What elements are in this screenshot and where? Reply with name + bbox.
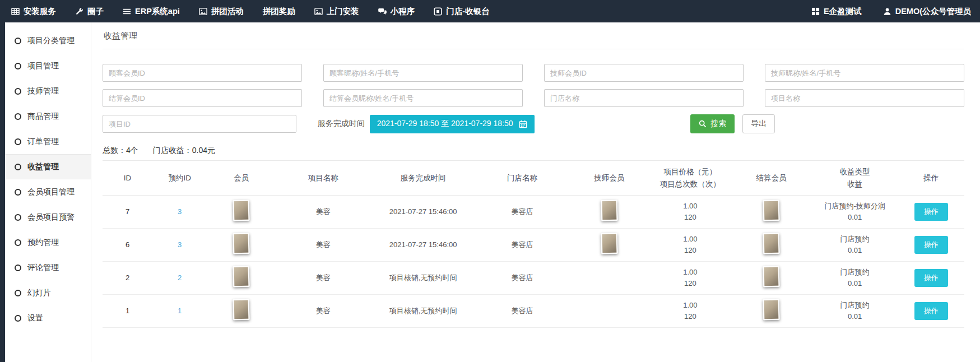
sidebar-item-goods[interactable]: 商品管理	[5, 104, 91, 129]
table-row: 1 1 美容 项目核销,无预约时间 美容店 1.00120 门店预约0.01 操…	[103, 295, 964, 328]
action-button[interactable]: 操作	[914, 302, 948, 320]
sidebar-item-comment[interactable]: 评论管理	[5, 255, 91, 280]
nav-item-store-cashier[interactable]: 门店-收银台	[434, 6, 489, 17]
nav-item-door-install[interactable]: 上门安装	[314, 6, 359, 17]
nav-item-label: 上门安装	[327, 6, 359, 17]
circle-icon	[15, 88, 21, 95]
cell-technician	[569, 229, 650, 262]
cell-price-times: 1.00120	[650, 295, 731, 328]
income-table: ID 预约ID 会员 项目名称 服务完成时间 门店名称 技师会员 项目价格（元）…	[103, 160, 964, 328]
sidebar-item-project-category[interactable]: 项目分类管理	[5, 28, 91, 53]
customer-member-id-input[interactable]	[103, 64, 302, 82]
search-button[interactable]: 搜索	[690, 114, 735, 133]
booking-id-link[interactable]: 3	[178, 240, 182, 249]
cell-member	[207, 196, 276, 229]
sidebar-item-member-project[interactable]: 会员项目管理	[5, 179, 91, 205]
top-nav-right: E企盈测试 DEMO(公众号管理员	[811, 6, 971, 17]
technician-member-id-input[interactable]	[544, 64, 744, 82]
store-name-input[interactable]	[544, 89, 744, 107]
booking-id-link[interactable]: 2	[178, 273, 182, 282]
member-avatar	[233, 199, 250, 221]
store-income-value: 0.04元	[192, 146, 215, 155]
settle-member-avatar	[763, 233, 779, 254]
sidebar-item-settings[interactable]: 设置	[5, 305, 91, 331]
cell-action: 操作	[898, 262, 965, 295]
nav-item-workspace[interactable]: E企盈测试	[811, 6, 862, 17]
cell-finish-time: 2021-07-27 15:46:00	[370, 229, 476, 262]
export-button[interactable]: 导出	[742, 114, 775, 133]
cell-price-times: 1.00120	[650, 262, 731, 295]
main-content: 收益管理 服务完成时间 2021-07-29 18:50 至 2021-07-2…	[91, 22, 980, 362]
col-header-member: 会员	[207, 161, 276, 196]
total-label: 总数：	[103, 146, 126, 155]
circle-icon	[15, 38, 21, 44]
store-income-label: 门店收益：	[153, 146, 192, 155]
cell-project: 美容	[276, 229, 370, 262]
sidebar-item-booking[interactable]: 预约管理	[5, 230, 91, 255]
nav-item-install-service[interactable]: 安装服务	[11, 6, 56, 17]
page-title: 收益管理	[103, 22, 964, 49]
technician-avatar	[601, 233, 617, 254]
project-id-input[interactable]	[103, 115, 296, 133]
action-button[interactable]: 操作	[914, 236, 948, 254]
nav-item-label: 小程序	[391, 6, 415, 17]
nav-item-mini-program[interactable]: 小程序	[378, 6, 415, 17]
sidebar-item-label: 会员项目管理	[27, 187, 75, 197]
sidebar-item-project[interactable]: 项目管理	[5, 53, 91, 78]
col-header-project: 项目名称	[276, 161, 370, 196]
circle-icon	[15, 290, 21, 296]
cell-settle-member	[731, 262, 812, 295]
circle-icon	[15, 113, 21, 120]
circle-icon	[15, 164, 21, 170]
cell-action: 操作	[898, 295, 965, 328]
cell-price-times: 1.00120	[650, 196, 731, 229]
technician-name-input[interactable]	[765, 64, 964, 82]
settle-member-name-input[interactable]	[323, 89, 523, 107]
cell-project: 美容	[276, 295, 370, 328]
nav-item-label: 圈子	[87, 6, 104, 17]
sidebar-item-label: 项目分类管理	[27, 36, 75, 46]
cell-finish-time: 2021-07-27 15:46:00	[370, 196, 476, 229]
booking-id-link[interactable]: 3	[178, 207, 182, 216]
nav-item-groupon-activity[interactable]: 拼团活动	[199, 6, 244, 17]
cell-booking-id: 3	[152, 229, 207, 262]
cell-booking-id: 2	[152, 262, 207, 295]
sidebar-item-income[interactable]: 收益管理	[5, 154, 91, 179]
sidebar: 项目分类管理 项目管理 技师管理 商品管理 订单管理 收益管理 会员项目管理 会…	[5, 22, 91, 362]
cell-settle-member	[731, 196, 812, 229]
sidebar-item-slides[interactable]: 幻灯片	[5, 280, 91, 305]
nav-item-erp-api[interactable]: ERP系统api	[123, 6, 180, 17]
nav-item-circle[interactable]: 圈子	[75, 6, 104, 17]
circle-icon	[15, 264, 21, 271]
date-range-button[interactable]: 2021-07-29 18:50 至 2021-07-29 18:50	[370, 115, 535, 133]
col-header-income-type: 收益类型收益	[812, 161, 898, 196]
cell-booking-id: 1	[152, 295, 207, 328]
circle-icon	[15, 315, 21, 322]
cell-technician	[569, 262, 650, 295]
settle-member-id-input[interactable]	[103, 89, 302, 107]
circle-icon	[15, 63, 21, 69]
cell-technician	[569, 295, 650, 328]
cell-store: 美容店	[476, 262, 569, 295]
cell-action: 操作	[898, 229, 965, 262]
sidebar-item-order[interactable]: 订单管理	[5, 129, 91, 154]
nav-item-user-account[interactable]: DEMO(公众号管理员	[883, 6, 971, 17]
booking-id-link[interactable]: 1	[178, 307, 182, 315]
project-name-input[interactable]	[765, 89, 964, 107]
sidebar-item-member-project-alert[interactable]: 会员项目预警	[5, 205, 91, 230]
top-nav-menu: 安装服务 圈子 ERP系统api 拼团活动 拼团奖励 上门安装 小程序 门店-收…	[11, 6, 490, 17]
action-button[interactable]: 操作	[914, 269, 948, 287]
col-header-finish-time: 服务完成时间	[370, 161, 476, 196]
cell-income-type: 门店预约0.01	[812, 295, 898, 328]
cell-store: 美容店	[476, 295, 569, 328]
sidebar-item-label: 技师管理	[27, 86, 59, 96]
nav-item-label: DEMO(公众号管理员	[895, 6, 971, 17]
sidebar-item-technician[interactable]: 技师管理	[5, 78, 91, 104]
sidebar-item-label: 幻灯片	[27, 288, 51, 298]
action-button[interactable]: 操作	[914, 203, 948, 221]
sidebar-item-label: 评论管理	[27, 263, 59, 273]
sidebar-item-label: 订单管理	[27, 137, 59, 147]
col-header-action: 操作	[898, 161, 965, 196]
customer-name-input[interactable]	[323, 64, 523, 82]
nav-item-groupon-reward[interactable]: 拼团奖励	[263, 6, 295, 17]
